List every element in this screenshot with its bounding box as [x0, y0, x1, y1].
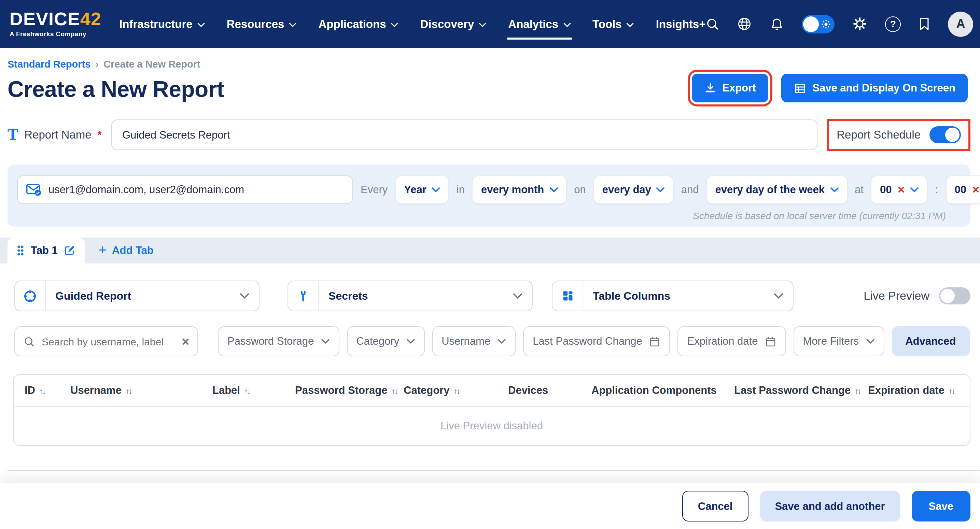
download-icon	[704, 82, 716, 94]
add-tab-button[interactable]: + Add Tab	[99, 245, 154, 257]
recipients-input[interactable]: user1@domain.com, user2@domain.com	[17, 175, 353, 204]
filter-last-password-change[interactable]: Last Password Change	[523, 326, 670, 356]
time-separator: :	[933, 184, 940, 196]
menu-resources[interactable]: Resources	[227, 0, 297, 48]
column-header-expiration-date[interactable]: Expiration date↑↓	[868, 384, 970, 397]
edit-icon[interactable]	[64, 245, 76, 257]
filter-expiration-date[interactable]: Expiration date	[678, 326, 786, 356]
clear-icon[interactable]: ✕	[181, 336, 190, 346]
column-header-category[interactable]: Category↑↓	[404, 384, 508, 397]
live-preview-toggle[interactable]	[939, 288, 970, 304]
chevron-down-icon	[865, 338, 875, 344]
breadcrumb-link-standard-reports[interactable]: Standard Reports	[8, 59, 91, 70]
chevron-down-icon	[321, 338, 329, 344]
app-window: DEVICE42 A Freshworks Company Infrastruc…	[0, 0, 980, 529]
menu-infrastructure[interactable]: Infrastructure	[119, 0, 205, 48]
globe-icon[interactable]	[737, 16, 752, 32]
column-header-username[interactable]: Username↑↓	[70, 384, 212, 397]
chevron-down-icon	[657, 187, 665, 192]
device42-logo[interactable]: DEVICE42 A Freshworks Company	[10, 11, 102, 38]
breadcrumb: Standard Reports › Create a New Report	[8, 59, 970, 70]
plus-icon: +	[99, 243, 107, 257]
search-icon[interactable]	[705, 17, 719, 31]
logo-brand: DEVICE	[10, 9, 80, 30]
required-asterisk: *	[98, 129, 102, 141]
filter-more-filters[interactable]: More Filters	[793, 326, 884, 356]
in-label: in	[455, 184, 467, 196]
schedule-panel: user1@domain.com, user2@domain.com Every…	[8, 165, 970, 227]
sort-icon: ↑↓	[855, 387, 861, 395]
chevron-down-icon	[391, 22, 398, 27]
drag-handle-icon	[16, 245, 25, 256]
schedule-row: user1@domain.com, user2@domain.com Every…	[17, 175, 958, 204]
chevron-down-icon	[497, 338, 506, 344]
save-and-add-another-button[interactable]: Save and add another	[760, 491, 900, 521]
tab-strip: Tab 1 + Add Tab	[0, 238, 980, 264]
help-icon[interactable]: ?	[885, 16, 901, 32]
search-field: ✕	[14, 326, 198, 356]
header-actions: Export Save and Display On Screen	[692, 74, 970, 102]
menu-tools[interactable]: Tools	[592, 0, 634, 48]
period-select[interactable]: Year	[395, 175, 449, 204]
report-schedule-label: Report Schedule	[837, 128, 921, 141]
hour-select[interactable]: 00 ✕	[871, 175, 928, 204]
report-schedule-control: Report Schedule	[827, 119, 970, 151]
sort-icon: ↑↓	[453, 387, 459, 395]
filter-username[interactable]: Username	[432, 326, 515, 356]
filter-category[interactable]: Category	[347, 326, 425, 356]
weekday-select[interactable]: every day of the week	[706, 175, 848, 204]
report-name-input[interactable]	[111, 119, 818, 150]
calendar-icon	[649, 335, 661, 347]
export-button[interactable]: Export	[692, 74, 768, 102]
sort-icon: ↑↓	[126, 387, 132, 395]
guided-report-icon	[15, 281, 46, 311]
clear-icon[interactable]: ✕	[897, 185, 905, 195]
minute-select[interactable]: 00 ✕	[946, 175, 980, 204]
search-icon	[23, 335, 35, 347]
chevron-down-icon	[830, 187, 838, 192]
chevron-down-icon	[513, 281, 532, 311]
advanced-button[interactable]: Advanced	[892, 326, 969, 356]
chevron-down-icon	[406, 338, 415, 344]
report-config-row: Guided Report Secrets Table Columns Live…	[8, 281, 970, 311]
columns-grid-icon	[552, 281, 583, 311]
day-select[interactable]: every day	[593, 175, 674, 204]
cancel-button[interactable]: Cancel	[682, 491, 748, 521]
at-label: at	[853, 184, 865, 196]
save-and-display-button[interactable]: Save and Display On Screen	[781, 74, 968, 102]
logo-text: DEVICE42	[10, 11, 102, 29]
page-header: Create a New Report Export Save and Disp…	[8, 70, 970, 102]
chevron-down-icon	[774, 281, 793, 311]
column-header-password-storage[interactable]: Password Storage↑↓	[295, 384, 404, 397]
menu-analytics[interactable]: Analytics	[508, 0, 571, 48]
column-header-id[interactable]: ID↑↓	[25, 384, 70, 397]
and-label: and	[679, 184, 701, 196]
source-object-select[interactable]: Secrets	[288, 281, 533, 311]
tab-1[interactable]: Tab 1	[8, 238, 85, 264]
menu-insights[interactable]: Insights+	[656, 0, 706, 48]
sort-icon: ↑↓	[244, 387, 250, 395]
bookmark-icon[interactable]	[918, 17, 930, 31]
month-select[interactable]: every month	[472, 175, 566, 204]
search-input[interactable]	[40, 335, 176, 348]
sort-icon: ↑↓	[39, 387, 45, 395]
table-columns-select[interactable]: Table Columns	[552, 281, 794, 311]
bell-icon[interactable]	[770, 17, 784, 31]
breadcrumb-separator: ›	[95, 59, 99, 70]
chevron-down-icon	[197, 22, 205, 27]
menu-applications[interactable]: Applications	[318, 0, 398, 48]
gear-icon[interactable]	[852, 16, 867, 32]
email-check-icon	[26, 183, 42, 197]
report-type-select[interactable]: Guided Report	[14, 281, 259, 311]
column-header-last-password-change[interactable]: Last Password Change↑↓	[734, 384, 868, 397]
clear-icon[interactable]: ✕	[972, 185, 980, 195]
menu-discovery[interactable]: Discovery	[420, 0, 487, 48]
report-schedule-toggle[interactable]	[929, 126, 961, 143]
page-content: Standard Reports › Create a New Report C…	[0, 48, 980, 471]
chevron-down-icon	[289, 22, 297, 27]
user-avatar[interactable]: A	[948, 11, 973, 37]
filter-password-storage[interactable]: Password Storage	[218, 326, 339, 356]
theme-toggle[interactable]	[802, 15, 835, 33]
save-button[interactable]: Save	[912, 491, 970, 521]
column-header-label[interactable]: Label↑↓	[212, 384, 295, 397]
